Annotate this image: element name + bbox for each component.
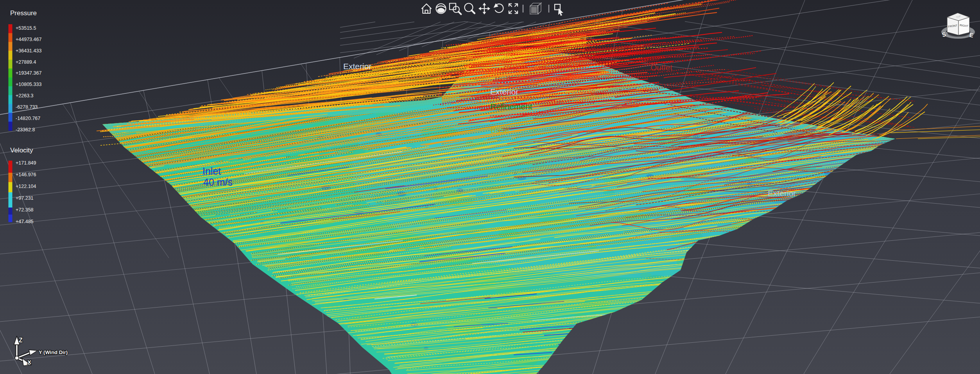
svg-text:+146.976: +146.976: [16, 172, 36, 177]
svg-text:X: X: [27, 359, 31, 365]
svg-text:+97.231: +97.231: [16, 195, 34, 201]
svg-text:Outlet: Outlet: [650, 63, 672, 72]
svg-text:Pressure: Pressure: [10, 9, 37, 17]
svg-text:-23362.8: -23362.8: [16, 127, 35, 132]
svg-text:Refinement: Refinement: [490, 102, 532, 111]
svg-text:+44973.467: +44973.467: [16, 37, 41, 42]
svg-text:+2263.3: +2263.3: [16, 93, 34, 98]
svg-text:Y (Wind Dir): Y (Wind Dir): [39, 349, 68, 355]
svg-text:-6278.733: -6278.733: [16, 104, 38, 110]
svg-text:Velocity: Velocity: [10, 147, 33, 154]
svg-text:+53515.5: +53515.5: [16, 25, 36, 31]
svg-text:Exterior: Exterior: [490, 87, 518, 96]
svg-text:Inlet: Inlet: [202, 166, 221, 177]
svg-text:+47.485: +47.485: [16, 219, 34, 224]
svg-text:Exterior: Exterior: [343, 62, 371, 71]
svg-text:Z: Z: [19, 337, 23, 344]
svg-text:+10805.333: +10805.333: [16, 82, 41, 87]
svg-text:40 m/s: 40 m/s: [203, 177, 233, 188]
svg-text:Base: Base: [491, 125, 509, 134]
svg-text:+36431.433: +36431.433: [16, 48, 41, 54]
svg-text:+19347.367: +19347.367: [16, 70, 41, 76]
svg-text:+27889.4: +27889.4: [16, 59, 36, 65]
svg-text:+122.104: +122.104: [16, 184, 36, 189]
svg-text:+171.849: +171.849: [16, 160, 36, 166]
svg-text:Exterior: Exterior: [768, 189, 796, 198]
svg-text:+72.358: +72.358: [16, 207, 34, 213]
svg-text:-14820.767: -14820.767: [16, 116, 40, 121]
